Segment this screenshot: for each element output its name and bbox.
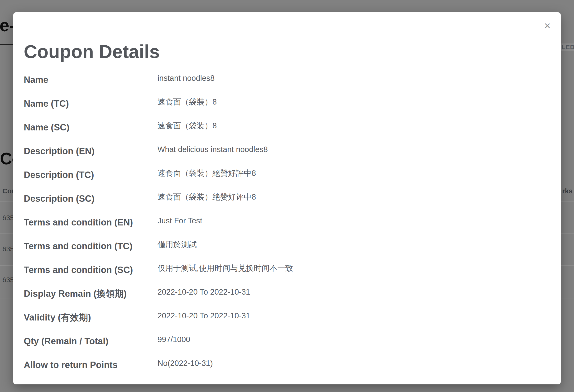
field-label: Validity (有效期)	[24, 312, 158, 323]
field-row-allow-return-points: Allow to return Points No(2022-10-31)	[24, 359, 550, 371]
field-label: Terms and condition (EN)	[24, 217, 158, 228]
field-row-description-sc: Description (SC) 速食面（袋装）绝赞好评中8	[24, 193, 550, 204]
field-row-terms-sc: Terms and condition (SC) 仅用于测试,使用时间与兑换时间…	[24, 264, 550, 276]
close-button[interactable]: ×	[541, 20, 554, 32]
field-value: 997/1000	[158, 334, 190, 345]
field-row-description-en: Description (EN) What delicious instant …	[24, 145, 550, 157]
field-value: 速食面（袋裝）8	[158, 96, 217, 108]
field-row-name-tc: Name (TC) 速食面（袋裝）8	[24, 98, 550, 109]
field-row-name-sc: Name (SC) 速食面（袋装）8	[24, 122, 550, 133]
field-value: instant noodles8	[158, 72, 215, 84]
field-value: Just For Test	[158, 215, 202, 227]
field-row-validity: Validity (有效期) 2022-10-20 To 2022-10-31	[24, 312, 550, 323]
field-label: Description (SC)	[24, 193, 158, 204]
field-value: 2022-10-20 To 2022-10-31	[158, 310, 250, 321]
field-row-display-remain: Display Remain (換領期) 2022-10-20 To 2022-…	[24, 288, 550, 299]
field-label: Qty (Remain / Total)	[24, 335, 158, 347]
field-value: 速食面（袋装）8	[158, 120, 217, 131]
field-label: Name (TC)	[24, 98, 158, 109]
coupon-details-modal: × Coupon Details Name instant noodles8 N…	[13, 12, 561, 384]
field-label: Description (EN)	[24, 145, 158, 157]
field-value: 速食面（袋装）绝赞好评中8	[158, 191, 256, 203]
field-value: What delicious instant noodles8	[158, 144, 268, 155]
field-row-description-tc: Description (TC) 速食面（袋裝）絕贊好評中8	[24, 169, 550, 181]
field-label: Name	[24, 74, 158, 85]
field-label: Allow to return Points	[24, 359, 158, 371]
field-value: 仅用于测试,使用时间与兑换时间不一致	[158, 263, 293, 274]
field-row-terms-tc: Terms and condition (TC) 僅用於測試	[24, 240, 550, 252]
field-label: Display Remain (換領期)	[24, 288, 158, 299]
field-value: 速食面（袋裝）絕贊好評中8	[158, 167, 256, 179]
field-value: 2022-10-20 To 2022-10-31	[158, 286, 250, 298]
field-list: Name instant noodles8 Name (TC) 速食面（袋裝）8…	[24, 74, 550, 383]
close-icon: ×	[544, 20, 551, 32]
field-row-name: Name instant noodles8	[24, 74, 550, 85]
modal-title: Coupon Details	[24, 41, 160, 62]
field-value: No(2022-10-31)	[158, 358, 213, 369]
field-value: 僅用於測試	[158, 239, 197, 250]
field-row-terms-en: Terms and condition (EN) Just For Test	[24, 217, 550, 228]
field-row-qty: Qty (Remain / Total) 997/1000	[24, 335, 550, 347]
field-label: Terms and condition (TC)	[24, 240, 158, 252]
field-label: Terms and condition (SC)	[24, 264, 158, 276]
field-label: Name (SC)	[24, 122, 158, 133]
field-label: Description (TC)	[24, 169, 158, 181]
